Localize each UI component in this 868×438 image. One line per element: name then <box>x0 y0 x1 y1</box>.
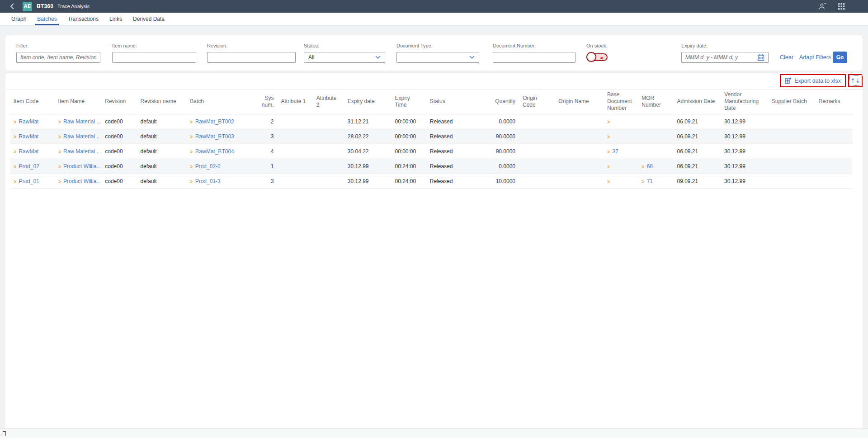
cell-quantity: 0.0000 <box>468 159 519 174</box>
column-header-revision_name: Revision name <box>137 89 186 114</box>
link-batch[interactable]: RawMat_BT003 <box>195 133 234 140</box>
adapt-filters-button[interactable]: Adapt Filters <box>799 52 831 63</box>
document-number-input[interactable] <box>493 52 576 63</box>
cell-batch: >Prod_02-0 <box>186 159 253 174</box>
table-body: >RawMat>Raw Material ...code00default>Ra… <box>10 114 853 188</box>
navigate-chevron-icon: > <box>642 163 645 170</box>
go-button[interactable]: Go <box>833 52 847 63</box>
cell-revision: code00 <box>101 159 137 174</box>
status-selected-value: All <box>308 54 314 61</box>
shell-header: AE BT360 Trace Analysis <box>0 0 868 13</box>
cell-origin_name <box>555 144 604 159</box>
link-batch[interactable]: Prod_01-3 <box>195 178 221 184</box>
on-stock-label: On stock: <box>586 43 607 48</box>
column-header-attribute_2: Attribute 2 <box>313 89 344 114</box>
on-stock-switch[interactable]: × <box>587 53 608 61</box>
footer-bar <box>0 429 868 438</box>
tab-graph[interactable]: Graph <box>10 13 27 25</box>
column-header-origin_code: Origin Code <box>519 89 555 114</box>
cell-quantity: 90.0000 <box>468 129 519 144</box>
column-header-item_name: Item Name <box>55 89 102 114</box>
cell-expiry_time: 00:24:00 <box>392 174 426 188</box>
cell-base_document_number: > <box>604 159 638 174</box>
link-item_code[interactable]: RawMat <box>19 118 38 125</box>
export-to-xlsx-button[interactable]: Export data to xlsx <box>781 75 845 86</box>
navigate-chevron-icon: > <box>58 133 61 140</box>
link-item_code[interactable]: Prod_02 <box>19 163 39 170</box>
tab-batches[interactable]: Batches <box>36 13 57 25</box>
tab-links[interactable]: Links <box>108 13 123 25</box>
cell-revision: code00 <box>101 144 137 159</box>
link-mor_number[interactable]: 71 <box>647 178 653 184</box>
cell-mor_number <box>638 129 673 144</box>
link-batch[interactable]: RawMat_BT002 <box>195 118 234 125</box>
table-row: >RawMat>Raw Material ...code00default>Ra… <box>10 129 853 144</box>
cell-expiry_time: 00:00:00 <box>392 144 426 159</box>
cell-mor_number: >68 <box>638 159 673 174</box>
cell-supplier_batch <box>768 129 815 144</box>
link-item_name[interactable]: Raw Material ... <box>63 133 101 140</box>
clear-button[interactable]: Clear <box>780 52 793 63</box>
cell-attribute_1 <box>277 144 312 159</box>
navigate-chevron-icon: > <box>190 178 193 184</box>
filter-input[interactable] <box>16 52 100 63</box>
cell-admission_date: 06.09.21 <box>673 144 721 159</box>
cell-attribute_2 <box>313 129 344 144</box>
cell-expiry_date: 30.12.99 <box>344 174 392 188</box>
link-batch[interactable]: RawMat_BT004 <box>195 148 234 155</box>
revision-input[interactable] <box>207 52 296 63</box>
cell-supplier_batch <box>768 144 815 159</box>
column-header-batch: Batch <box>186 89 253 114</box>
tab-derived-data[interactable]: Derived Data <box>132 13 165 25</box>
cell-item_name: >Raw Material ... <box>55 144 102 159</box>
cell-admission_date: 06.09.21 <box>673 129 721 144</box>
cell-attribute_2 <box>313 114 344 129</box>
item-name-input[interactable] <box>112 52 196 63</box>
export-spreadsheet-icon <box>785 77 792 84</box>
cell-vendor_manufacturing_date: 30.12.99 <box>721 144 768 159</box>
cell-revision_name: default <box>137 144 186 159</box>
cell-supplier_batch <box>768 114 815 129</box>
chevron-down-icon <box>375 56 381 59</box>
cell-batch: >RawMat_BT003 <box>186 129 253 144</box>
cell-vendor_manufacturing_date: 30.12.99 <box>721 174 768 188</box>
link-item_name[interactable]: Product Willia... <box>63 178 101 184</box>
link-item_name[interactable]: Raw Material ... <box>63 148 101 155</box>
link-item_code[interactable]: RawMat <box>19 148 38 155</box>
link-item_code[interactable]: Prod_01 <box>19 178 39 184</box>
navigate-chevron-icon: > <box>14 148 16 155</box>
link-item_name[interactable]: Raw Material ... <box>63 118 101 125</box>
link-base_document_number[interactable]: 37 <box>612 148 618 155</box>
navigate-chevron-icon: > <box>190 163 193 170</box>
cell-revision_name: default <box>137 114 186 129</box>
expiry-date-input[interactable] <box>681 52 769 63</box>
status-select[interactable]: All <box>304 52 385 63</box>
back-button[interactable] <box>6 1 17 12</box>
document-type-select[interactable] <box>396 52 479 63</box>
cell-admission_date: 09.09.21 <box>673 174 721 188</box>
navigate-chevron-icon: > <box>14 178 16 184</box>
link-item_code[interactable]: RawMat <box>19 133 38 140</box>
link-batch[interactable]: Prod_02-0 <box>195 163 221 170</box>
chevron-down-icon <box>469 56 475 59</box>
cell-quantity: 0.0000 <box>468 114 519 129</box>
page-content: Filter: Item name: Revision: Status: All… <box>0 26 868 429</box>
cell-item_name: >Product Willia... <box>55 174 102 188</box>
cell-status: Released <box>426 159 468 174</box>
cell-expiry_date: 30.12.99 <box>344 159 392 174</box>
link-mor_number[interactable]: 68 <box>647 163 653 170</box>
tab-transactions[interactable]: Transactions <box>67 13 99 25</box>
cell-remarks <box>815 159 853 174</box>
cell-item_name: >Product Willia... <box>55 159 102 174</box>
sort-button[interactable]: ↑↓ <box>849 75 862 86</box>
date-picker-button[interactable] <box>757 54 765 61</box>
navigate-chevron-icon: > <box>58 163 61 170</box>
grid-icon <box>838 3 845 10</box>
cell-remarks <box>815 129 853 144</box>
cell-sys_num: 3 <box>254 174 278 188</box>
link-item_name[interactable]: Product Willia... <box>63 163 101 170</box>
cell-mor_number: >71 <box>638 174 673 188</box>
app-finder-button[interactable] <box>836 2 847 11</box>
user-actions-button[interactable] <box>817 2 828 11</box>
app-logo: AE <box>23 2 32 11</box>
